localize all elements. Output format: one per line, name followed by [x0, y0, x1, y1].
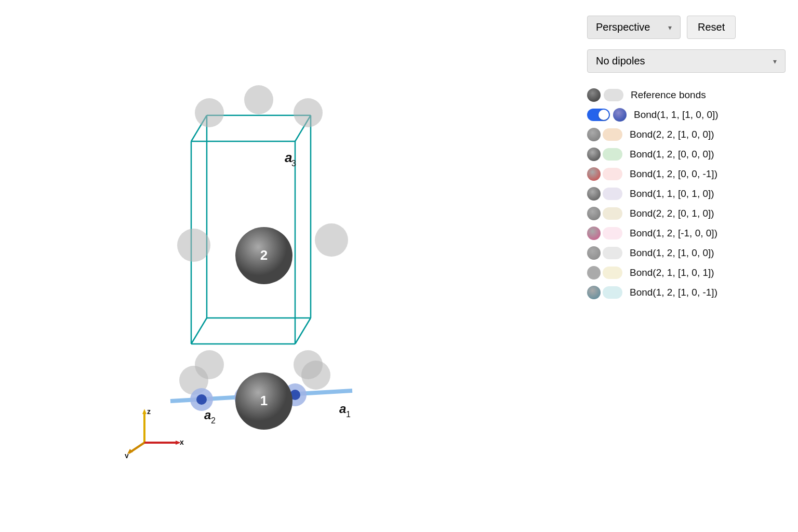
reset-button[interactable]: Reset — [687, 16, 736, 39]
bond-color-icon — [587, 187, 622, 201]
wireframe-box — [176, 100, 342, 385]
bond-item[interactable]: Bond(1, 2, [0, 0, 0]) — [587, 144, 786, 164]
svg-text:z: z — [147, 407, 151, 416]
bond-dot — [587, 266, 601, 280]
scene-canvas[interactable]: 1 2 a 3 a 2 a 1 z — [92, 58, 482, 500]
bond-swatch — [603, 227, 622, 240]
reference-bonds-label: Reference bonds — [631, 89, 706, 101]
reference-bonds-item: Reference bonds — [587, 85, 786, 105]
bond-color-icon — [587, 167, 622, 181]
bond-label: Bond(2, 2, [1, 0, 0]) — [630, 129, 714, 140]
bond-item[interactable]: Bond(2, 2, [0, 1, 0]) — [587, 204, 786, 223]
svg-line-10 — [191, 318, 207, 344]
bond-dot — [587, 187, 601, 201]
svg-text:a: a — [204, 408, 211, 422]
bond-item[interactable]: Bond(1, 2, [0, 0, -1]) — [587, 164, 786, 184]
bond-item[interactable]: Bond(1, 1, [0, 1, 0]) — [587, 184, 786, 204]
svg-point-25 — [241, 392, 251, 403]
bond-swatch — [603, 188, 622, 200]
bond-label: Bond(2, 2, [0, 1, 0]) — [630, 208, 714, 219]
viewport: 1 2 a 3 a 2 a 1 z — [0, 0, 575, 532]
bond-color-icon — [587, 207, 622, 220]
ref-dot-dark — [587, 88, 601, 102]
svg-point-23 — [196, 394, 207, 405]
bond-color-icon — [587, 227, 622, 240]
bond-label: Bond(1, 1, [0, 1, 0]) — [630, 188, 714, 200]
svg-text:1: 1 — [346, 410, 351, 419]
bond-dot — [587, 246, 601, 260]
bond-label: Bond(1, 2, [1, 0, 0]) — [630, 247, 714, 259]
bond-swatch — [603, 247, 622, 259]
top-controls: Perspective ▾ Reset — [587, 16, 786, 39]
bond-label: Bond(1, 2, [-1, 0, 0]) — [630, 228, 717, 239]
perspective-arrow: ▾ — [668, 23, 672, 32]
bond-dot — [587, 128, 601, 141]
dipoles-arrow: ▾ — [773, 57, 777, 65]
svg-point-24 — [234, 386, 257, 409]
ref-swatch — [604, 89, 623, 101]
bond-swatch — [603, 286, 622, 299]
bond-item[interactable]: Bond(1, 2, [-1, 0, 0]) — [587, 223, 786, 243]
svg-text:1: 1 — [260, 393, 268, 408]
bond-label: Bond(1, 2, [0, 0, -1]) — [630, 168, 717, 180]
perspective-dropdown[interactable]: Perspective ▾ — [587, 16, 681, 39]
bond-label: Bond(1, 2, [1, 0, -1]) — [630, 287, 717, 298]
bond-dot — [587, 207, 601, 220]
svg-point-27 — [290, 390, 300, 400]
bond-item[interactable]: Bond(1, 2, [1, 0, 0]) — [587, 243, 786, 263]
bond-item[interactable]: Bond(2, 2, [1, 0, 0]) — [587, 125, 786, 144]
svg-line-11 — [295, 318, 311, 344]
bond-color-icon — [587, 266, 622, 280]
svg-text:x: x — [180, 438, 184, 446]
svg-text:2: 2 — [211, 416, 216, 425]
svg-text:y: y — [125, 451, 129, 458]
bond-swatch — [603, 128, 622, 141]
bond-item[interactable]: Bond(1, 2, [1, 0, -1]) — [587, 283, 786, 302]
bond-swatch — [603, 168, 622, 180]
bond-toggle-icon[interactable] — [587, 108, 627, 122]
svg-point-26 — [284, 383, 307, 406]
bond-toggle[interactable] — [587, 109, 610, 121]
bond-dot — [613, 108, 627, 122]
svg-point-22 — [190, 388, 213, 411]
bond-item[interactable]: Bond(2, 1, [1, 0, 1]) — [587, 263, 786, 283]
bond-item[interactable]: Bond(1, 1, [1, 0, 0]) — [587, 105, 786, 125]
bond-swatch — [603, 267, 622, 279]
bond-dot — [587, 286, 601, 299]
bond-list: Bond(1, 1, [1, 0, 0]) Bond(2, 2, [1, 0, … — [587, 105, 786, 302]
bond-color-icon — [587, 286, 622, 299]
bond-dot — [587, 148, 601, 161]
bond-swatch — [603, 207, 622, 220]
bond-swatch — [603, 148, 622, 161]
bond-label: Bond(2, 1, [1, 0, 1]) — [630, 267, 714, 278]
right-panel: Perspective ▾ Reset No dipoles ▾ Referen… — [575, 0, 798, 532]
bond-label: Bond(1, 2, [0, 0, 0]) — [630, 149, 714, 160]
svg-line-8 — [191, 115, 207, 141]
bond-label: Bond(1, 1, [1, 0, 0]) — [634, 109, 719, 121]
svg-text:a: a — [339, 402, 346, 416]
svg-line-21 — [170, 391, 352, 401]
svg-marker-39 — [142, 409, 147, 414]
bond-color-icon — [587, 148, 622, 161]
bond-color-icon — [587, 246, 622, 260]
bond-color-icon — [587, 128, 622, 141]
bond-dot — [587, 227, 601, 240]
svg-line-9 — [295, 115, 311, 141]
bond-dot — [587, 167, 601, 181]
dipoles-dropdown[interactable]: No dipoles ▾ — [587, 49, 786, 73]
perspective-label: Perspective — [596, 21, 650, 33]
axis-indicator: z y x — [124, 406, 186, 458]
reference-bonds-icon — [587, 88, 623, 102]
dipoles-label: No dipoles — [596, 55, 645, 67]
